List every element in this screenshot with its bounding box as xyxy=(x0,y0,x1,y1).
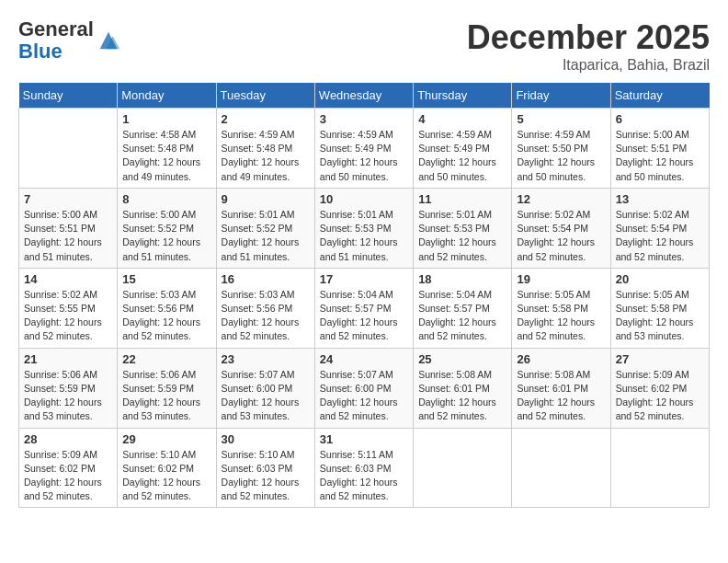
day-info: Sunrise: 5:06 AMSunset: 5:59 PMDaylight:… xyxy=(24,368,112,424)
day-info: Sunrise: 4:59 AMSunset: 5:49 PMDaylight:… xyxy=(320,128,408,184)
calendar-cell xyxy=(414,428,512,508)
calendar-cell: 13Sunrise: 5:02 AMSunset: 5:54 PMDayligh… xyxy=(610,188,709,268)
col-header-sunday: Sunday xyxy=(19,83,118,109)
calendar-cell xyxy=(19,109,118,189)
calendar-table: SundayMondayTuesdayWednesdayThursdayFrid… xyxy=(18,83,710,508)
day-info: Sunrise: 5:00 AMSunset: 5:51 PMDaylight:… xyxy=(616,128,704,184)
day-number: 4 xyxy=(418,112,506,126)
day-info: Sunrise: 5:08 AMSunset: 6:01 PMDaylight:… xyxy=(517,368,605,424)
day-info: Sunrise: 5:00 AMSunset: 5:51 PMDaylight:… xyxy=(24,208,112,264)
day-number: 8 xyxy=(122,192,210,206)
day-info: Sunrise: 5:01 AMSunset: 5:53 PMDaylight:… xyxy=(418,208,506,264)
day-number: 10 xyxy=(320,192,408,206)
day-info: Sunrise: 5:09 AMSunset: 6:02 PMDaylight:… xyxy=(616,368,704,424)
logo-blue-text: Blue xyxy=(18,40,63,63)
day-info: Sunrise: 5:04 AMSunset: 5:57 PMDaylight:… xyxy=(320,288,408,344)
day-number: 2 xyxy=(222,112,310,126)
day-number: 5 xyxy=(517,112,605,126)
day-number: 15 xyxy=(122,272,210,286)
day-info: Sunrise: 4:59 AMSunset: 5:49 PMDaylight:… xyxy=(418,128,506,184)
calendar-cell: 31Sunrise: 5:11 AMSunset: 6:03 PMDayligh… xyxy=(314,428,413,508)
day-number: 17 xyxy=(320,272,408,286)
calendar-cell: 5Sunrise: 4:59 AMSunset: 5:50 PMDaylight… xyxy=(512,109,610,189)
day-number: 25 xyxy=(418,352,506,366)
day-number: 12 xyxy=(517,192,605,206)
calendar-cell: 15Sunrise: 5:03 AMSunset: 5:56 PMDayligh… xyxy=(118,268,216,348)
col-header-wednesday: Wednesday xyxy=(314,83,413,109)
col-header-friday: Friday xyxy=(512,83,610,109)
day-number: 27 xyxy=(616,352,704,366)
day-info: Sunrise: 5:03 AMSunset: 5:56 PMDaylight:… xyxy=(122,288,210,344)
calendar-cell: 14Sunrise: 5:02 AMSunset: 5:55 PMDayligh… xyxy=(19,268,118,348)
calendar-cell: 17Sunrise: 5:04 AMSunset: 5:57 PMDayligh… xyxy=(314,268,413,348)
day-number: 28 xyxy=(24,432,112,446)
day-number: 7 xyxy=(24,192,112,206)
calendar-cell: 23Sunrise: 5:07 AMSunset: 6:00 PMDayligh… xyxy=(216,348,314,428)
day-info: Sunrise: 5:10 AMSunset: 6:03 PMDaylight:… xyxy=(222,448,310,504)
calendar-cell: 16Sunrise: 5:03 AMSunset: 5:56 PMDayligh… xyxy=(216,268,314,348)
col-header-monday: Monday xyxy=(118,83,216,109)
day-number: 13 xyxy=(616,192,704,206)
logo-general-text: General xyxy=(18,17,94,40)
week-row-4: 21Sunrise: 5:06 AMSunset: 5:59 PMDayligh… xyxy=(19,348,710,428)
day-number: 31 xyxy=(320,432,408,446)
day-info: Sunrise: 4:59 AMSunset: 5:48 PMDaylight:… xyxy=(222,128,310,184)
day-number: 22 xyxy=(122,352,210,366)
day-number: 24 xyxy=(320,352,408,366)
day-info: Sunrise: 5:01 AMSunset: 5:53 PMDaylight:… xyxy=(320,208,408,264)
day-info: Sunrise: 5:04 AMSunset: 5:57 PMDaylight:… xyxy=(418,288,506,344)
calendar-cell: 6Sunrise: 5:00 AMSunset: 5:51 PMDaylight… xyxy=(610,109,709,189)
week-row-5: 28Sunrise: 5:09 AMSunset: 6:02 PMDayligh… xyxy=(19,428,710,508)
day-info: Sunrise: 5:11 AMSunset: 6:03 PMDaylight:… xyxy=(320,448,408,504)
day-info: Sunrise: 5:02 AMSunset: 5:54 PMDaylight:… xyxy=(517,208,605,264)
calendar-cell: 30Sunrise: 5:10 AMSunset: 6:03 PMDayligh… xyxy=(216,428,314,508)
calendar-cell: 19Sunrise: 5:05 AMSunset: 5:58 PMDayligh… xyxy=(512,268,610,348)
calendar-cell: 24Sunrise: 5:07 AMSunset: 6:00 PMDayligh… xyxy=(314,348,413,428)
day-info: Sunrise: 4:59 AMSunset: 5:50 PMDaylight:… xyxy=(517,128,605,184)
calendar-cell: 27Sunrise: 5:09 AMSunset: 6:02 PMDayligh… xyxy=(610,348,709,428)
day-number: 19 xyxy=(517,272,605,286)
col-header-tuesday: Tuesday xyxy=(216,83,314,109)
day-number: 11 xyxy=(418,192,506,206)
calendar-cell: 21Sunrise: 5:06 AMSunset: 5:59 PMDayligh… xyxy=(19,348,118,428)
month-title: December 2025 xyxy=(467,18,710,57)
calendar-cell: 7Sunrise: 5:00 AMSunset: 5:51 PMDaylight… xyxy=(19,188,118,268)
day-info: Sunrise: 5:09 AMSunset: 6:02 PMDaylight:… xyxy=(24,448,112,504)
day-number: 18 xyxy=(418,272,506,286)
calendar-cell: 25Sunrise: 5:08 AMSunset: 6:01 PMDayligh… xyxy=(414,348,512,428)
calendar-cell xyxy=(610,428,709,508)
calendar-cell: 2Sunrise: 4:59 AMSunset: 5:48 PMDaylight… xyxy=(216,109,314,189)
calendar-cell: 26Sunrise: 5:08 AMSunset: 6:01 PMDayligh… xyxy=(512,348,610,428)
calendar-cell: 4Sunrise: 4:59 AMSunset: 5:49 PMDaylight… xyxy=(414,109,512,189)
page-header: General Blue December 2025 Itaparica, Ba… xyxy=(18,18,710,74)
day-number: 9 xyxy=(222,192,310,206)
day-info: Sunrise: 5:05 AMSunset: 5:58 PMDaylight:… xyxy=(517,288,605,344)
day-number: 1 xyxy=(122,112,210,126)
calendar-cell: 8Sunrise: 5:00 AMSunset: 5:52 PMDaylight… xyxy=(118,188,216,268)
day-number: 21 xyxy=(24,352,112,366)
logo: General Blue xyxy=(18,18,121,63)
day-number: 20 xyxy=(616,272,704,286)
day-number: 23 xyxy=(222,352,310,366)
calendar-cell: 28Sunrise: 5:09 AMSunset: 6:02 PMDayligh… xyxy=(19,428,118,508)
day-info: Sunrise: 5:07 AMSunset: 6:00 PMDaylight:… xyxy=(222,368,310,424)
day-info: Sunrise: 5:05 AMSunset: 5:58 PMDaylight:… xyxy=(616,288,704,344)
col-header-saturday: Saturday xyxy=(610,83,709,109)
day-number: 29 xyxy=(122,432,210,446)
title-block: December 2025 Itaparica, Bahia, Brazil xyxy=(467,18,710,74)
col-header-thursday: Thursday xyxy=(414,83,512,109)
calendar-cell: 9Sunrise: 5:01 AMSunset: 5:52 PMDaylight… xyxy=(216,188,314,268)
logo-icon xyxy=(96,28,121,53)
calendar-cell xyxy=(512,428,610,508)
day-info: Sunrise: 5:07 AMSunset: 6:00 PMDaylight:… xyxy=(320,368,408,424)
calendar-cell: 12Sunrise: 5:02 AMSunset: 5:54 PMDayligh… xyxy=(512,188,610,268)
week-row-3: 14Sunrise: 5:02 AMSunset: 5:55 PMDayligh… xyxy=(19,268,710,348)
calendar-cell: 11Sunrise: 5:01 AMSunset: 5:53 PMDayligh… xyxy=(414,188,512,268)
day-number: 30 xyxy=(222,432,310,446)
calendar-cell: 10Sunrise: 5:01 AMSunset: 5:53 PMDayligh… xyxy=(314,188,413,268)
header-row: SundayMondayTuesdayWednesdayThursdayFrid… xyxy=(19,83,710,109)
calendar-cell: 1Sunrise: 4:58 AMSunset: 5:48 PMDaylight… xyxy=(118,109,216,189)
day-info: Sunrise: 5:03 AMSunset: 5:56 PMDaylight:… xyxy=(222,288,310,344)
day-info: Sunrise: 5:02 AMSunset: 5:54 PMDaylight:… xyxy=(616,208,704,264)
calendar-cell: 3Sunrise: 4:59 AMSunset: 5:49 PMDaylight… xyxy=(314,109,413,189)
